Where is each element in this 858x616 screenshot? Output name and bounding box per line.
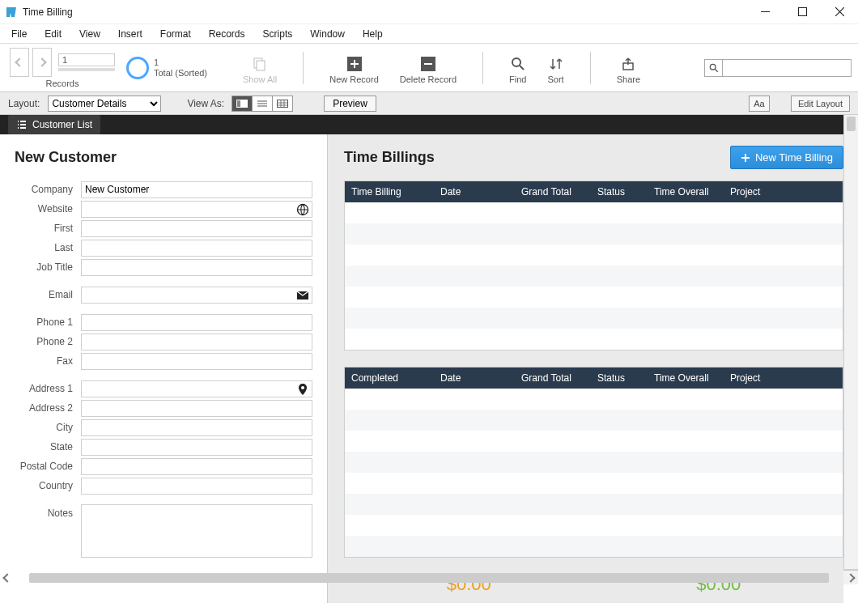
table-row[interactable] — [345, 308, 843, 329]
table-row[interactable] — [345, 202, 843, 223]
menu-view[interactable]: View — [73, 27, 107, 41]
table-row[interactable] — [345, 515, 843, 536]
list-icon — [16, 119, 28, 130]
address2-field[interactable] — [81, 400, 312, 417]
menu-file[interactable]: File — [5, 27, 33, 41]
total-sorted-label: Total (Sorted) — [154, 68, 207, 79]
globe-icon[interactable] — [296, 203, 309, 216]
records-label: Records — [46, 79, 79, 88]
label-addr1: Address 1 — [15, 383, 81, 394]
address1-field[interactable] — [81, 380, 312, 397]
envelope-icon[interactable] — [296, 289, 309, 302]
table-row[interactable] — [345, 452, 843, 473]
svg-point-6 — [512, 58, 520, 66]
table-row[interactable] — [345, 223, 843, 244]
map-pin-icon[interactable] — [296, 383, 309, 396]
table-header: Completed Date Grand Total Status Time O… — [345, 367, 843, 389]
search-icon[interactable] — [705, 60, 723, 76]
last-field[interactable] — [81, 240, 312, 257]
toolbar: 1 Records 1 Total (Sorted) Show All New … — [0, 44, 858, 92]
plus-square-icon — [347, 57, 362, 71]
table-row[interactable] — [345, 494, 843, 515]
preview-button[interactable]: Preview — [324, 96, 376, 112]
country-field[interactable] — [81, 478, 312, 495]
pie-icon — [126, 57, 149, 79]
share-button[interactable]: Share — [614, 57, 644, 84]
customer-form: New Customer Company Website First Last … — [0, 134, 328, 603]
quick-search[interactable] — [704, 59, 852, 77]
menu-records[interactable]: Records — [202, 27, 252, 41]
new-time-billing-button[interactable]: New Time Billing — [730, 146, 843, 169]
website-field[interactable] — [81, 201, 312, 218]
customer-list-button[interactable]: Customer List — [8, 115, 100, 134]
view-form-button[interactable] — [231, 96, 253, 112]
app-icon — [5, 6, 18, 19]
menu-help[interactable]: Help — [356, 27, 389, 41]
label-email: Email — [15, 289, 81, 300]
postal-field[interactable] — [81, 458, 312, 475]
record-index[interactable]: 1 — [58, 53, 115, 66]
show-all-button[interactable]: Show All — [240, 57, 280, 84]
state-field[interactable] — [81, 439, 312, 456]
scrollbar-thumb[interactable] — [29, 573, 829, 583]
scroll-left-arrow[interactable] — [0, 571, 15, 585]
next-record-button[interactable] — [32, 48, 52, 77]
table-row[interactable] — [345, 244, 843, 266]
quick-search-input[interactable] — [723, 60, 851, 76]
job-title-field[interactable] — [81, 259, 312, 276]
record-count: 1 — [154, 57, 207, 68]
magnifier-icon — [511, 57, 525, 71]
new-record-button[interactable]: New Record — [326, 57, 382, 84]
company-field[interactable] — [81, 181, 312, 198]
label-country: Country — [15, 480, 81, 491]
maximize-button[interactable] — [784, 0, 821, 24]
fax-field[interactable] — [81, 353, 312, 370]
close-button[interactable] — [821, 0, 858, 24]
label-state: State — [15, 441, 81, 452]
prev-record-button[interactable] — [10, 48, 29, 77]
notes-field[interactable] — [81, 504, 312, 558]
find-button[interactable]: Find — [506, 57, 529, 84]
svg-rect-1 — [798, 8, 806, 16]
email-field[interactable] — [81, 287, 312, 304]
delete-record-button[interactable]: Delete Record — [397, 57, 460, 84]
record-slider[interactable]: 1 — [58, 48, 115, 77]
label-last: Last — [15, 242, 81, 253]
formatting-bar-toggle[interactable]: Aa — [749, 96, 770, 112]
edit-layout-button[interactable]: Edit Layout — [791, 96, 850, 112]
label-city: City — [15, 422, 81, 433]
phone1-field[interactable] — [81, 314, 312, 331]
menu-insert[interactable]: Insert — [112, 27, 149, 41]
city-field[interactable] — [81, 419, 312, 436]
svg-rect-10 — [237, 100, 240, 107]
minimize-button[interactable] — [746, 0, 784, 24]
view-list-button[interactable] — [252, 96, 273, 112]
table-row[interactable] — [345, 473, 843, 494]
content-header-bar: Customer List — [0, 115, 843, 134]
menu-scripts[interactable]: Scripts — [257, 27, 299, 41]
table-row[interactable] — [345, 266, 843, 287]
minus-square-icon — [421, 57, 435, 71]
table-row[interactable] — [345, 410, 843, 431]
table-row[interactable] — [345, 389, 843, 410]
sort-button[interactable]: Sort — [545, 57, 567, 84]
scroll-right-arrow[interactable] — [843, 571, 858, 585]
table-row[interactable] — [345, 536, 843, 557]
window-title: Time Billing — [23, 6, 73, 18]
plus-icon — [741, 153, 750, 163]
vertical-scrollbar[interactable] — [843, 115, 858, 569]
menu-edit[interactable]: Edit — [38, 27, 68, 41]
menu-format[interactable]: Format — [154, 27, 198, 41]
found-set-indicator[interactable]: 1 Total (Sorted) — [126, 57, 207, 79]
svg-rect-3 — [257, 61, 265, 70]
first-field[interactable] — [81, 220, 312, 237]
menu-window[interactable]: Window — [304, 27, 351, 41]
label-phone2: Phone 2 — [15, 336, 81, 347]
table-row[interactable] — [345, 287, 843, 308]
layout-select[interactable]: Customer Details — [48, 96, 161, 112]
table-row[interactable] — [345, 329, 843, 350]
phone2-field[interactable] — [81, 333, 312, 350]
completed-billings-table: Completed Date Grand Total Status Time O… — [344, 367, 843, 558]
table-row[interactable] — [345, 431, 843, 452]
view-table-button[interactable] — [272, 96, 293, 112]
